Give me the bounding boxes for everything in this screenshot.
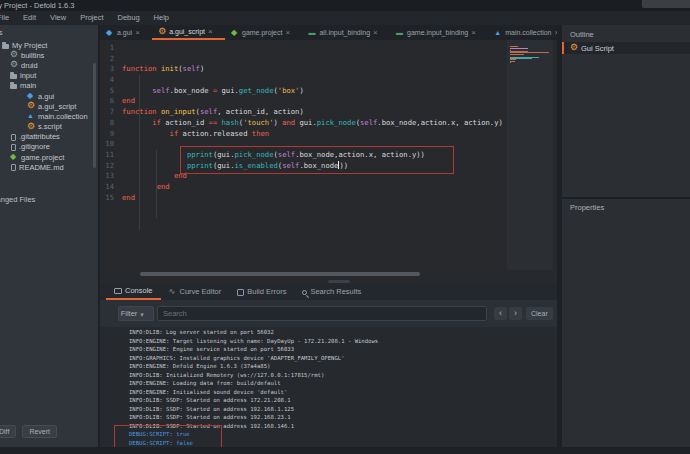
project-icon bbox=[10, 153, 18, 161]
outline-header: Outline bbox=[570, 30, 594, 39]
console-search-input[interactable] bbox=[157, 306, 487, 321]
folder-icon bbox=[10, 74, 17, 79]
tree-item-My Project[interactable]: My Project bbox=[0, 40, 98, 50]
tab-main.collection[interactable]: main.collection bbox=[488, 25, 557, 40]
tree-item-label: input bbox=[20, 71, 36, 80]
gear-orange-icon bbox=[27, 102, 35, 110]
window-controls-area[interactable] bbox=[642, 0, 690, 8]
input-binding-icon bbox=[396, 29, 404, 37]
menu-item-debug[interactable]: Debug bbox=[111, 11, 147, 25]
code-line[interactable]: if action.released then bbox=[122, 129, 525, 140]
line-number: 8 bbox=[100, 118, 114, 129]
tree-item-README.md[interactable]: README.md bbox=[0, 162, 98, 172]
tab-game.input_binding[interactable]: game.input_binding bbox=[390, 25, 488, 40]
tab-game.project[interactable]: game.project bbox=[225, 25, 302, 40]
tree-item-game.project[interactable]: game.project bbox=[0, 152, 98, 162]
code-line[interactable]: end bbox=[122, 182, 525, 193]
tree-item-main[interactable]: main bbox=[0, 81, 98, 91]
code-line[interactable] bbox=[122, 54, 525, 65]
bottom-tab-console[interactable]: Console bbox=[106, 283, 161, 300]
tree-item-main.collection[interactable]: main.collection bbox=[0, 111, 98, 121]
diff-button[interactable]: Diff bbox=[0, 425, 16, 438]
tree-item-label: a.gui_script bbox=[38, 102, 76, 111]
code-line[interactable]: end bbox=[122, 96, 525, 107]
close-icon[interactable] bbox=[373, 29, 381, 37]
defold-window: My Project - Defold 1.6.3 FileEditViewPr… bbox=[0, 0, 690, 454]
outline-item-gui-script[interactable]: Gui Script bbox=[562, 42, 690, 54]
revert-button[interactable]: Revert bbox=[22, 425, 57, 438]
collection-icon bbox=[27, 112, 35, 120]
tree-item-s.script[interactable]: s.script bbox=[0, 122, 98, 132]
line-number-gutter: 123456789101112131415 bbox=[100, 43, 114, 203]
file-icon bbox=[11, 144, 16, 151]
tab-a.gui[interactable]: a.gui bbox=[100, 25, 152, 40]
bottom-tab-search-results[interactable]: Search Results bbox=[294, 283, 369, 300]
prev-match-button[interactable] bbox=[494, 307, 507, 320]
close-icon[interactable] bbox=[285, 29, 293, 37]
bottom-tabs: ConsoleCurve EditorBuild ErrorsSearch Re… bbox=[100, 283, 557, 300]
code-line[interactable]: function init(self) bbox=[122, 64, 525, 75]
code-lines: function init(self) self.box_node = gui.… bbox=[122, 43, 525, 203]
bottom-tab-curve-editor[interactable]: Curve Editor bbox=[161, 283, 230, 300]
menu-item-view[interactable]: View bbox=[43, 11, 73, 25]
tree-item-a.gui_script[interactable]: a.gui_script bbox=[0, 101, 98, 111]
code-line[interactable]: end bbox=[122, 193, 525, 204]
assets-scrollbar-thumb[interactable] bbox=[93, 63, 96, 168]
line-number: 7 bbox=[100, 107, 114, 118]
menu-item-project[interactable]: Project bbox=[73, 11, 110, 25]
next-match-button[interactable] bbox=[509, 307, 522, 320]
bottom-tab-label: Build Errors bbox=[247, 287, 286, 296]
tree-item-label: s.script bbox=[38, 122, 62, 131]
tab-label: all.input_binding bbox=[319, 29, 370, 36]
menu-item-edit[interactable]: Edit bbox=[16, 11, 43, 25]
tree-item-.gitignore[interactable]: .gitignore bbox=[0, 142, 98, 152]
gear-orange-icon bbox=[158, 28, 166, 36]
code-editor[interactable]: 123456789101112131415 function init(self… bbox=[100, 40, 557, 283]
properties-header: Properties bbox=[570, 203, 604, 212]
right-panel: Outline Gui Script Properties bbox=[562, 25, 690, 447]
folder-icon bbox=[10, 84, 17, 89]
tree-item-label: druid bbox=[21, 61, 38, 70]
bottom-tab-label: Search Results bbox=[310, 287, 361, 296]
horizontal-scrollbar-thumb[interactable] bbox=[140, 272, 420, 276]
code-line[interactable]: function on_input(self, action_id, actio… bbox=[122, 107, 525, 118]
menu-item-file[interactable]: File bbox=[0, 11, 16, 25]
line-number: 15 bbox=[100, 193, 114, 204]
tree-item-label: game.project bbox=[21, 153, 64, 162]
window-title: My Project - Defold 1.6.3 bbox=[0, 1, 75, 10]
close-icon[interactable] bbox=[135, 29, 143, 37]
console-line: INFO:DLIB: SSDP: Started on address 192.… bbox=[129, 405, 557, 414]
tree-item-a.gui[interactable]: a.gui bbox=[0, 91, 98, 101]
tab-a.gui_script[interactable]: a.gui_script bbox=[152, 25, 225, 40]
line-number: 1 bbox=[100, 43, 114, 54]
code-line[interactable]: if action_id == hash('touch') and gui.pi… bbox=[122, 118, 525, 129]
tree-item-druid[interactable]: druid bbox=[0, 60, 98, 70]
code-line[interactable]: self.box_node = gui.get_node('box') bbox=[122, 86, 525, 97]
tree-item-label: builtins bbox=[21, 51, 44, 60]
minimap[interactable] bbox=[507, 40, 553, 270]
center-pane: a.guia.gui_scriptgame.projectall.input_b… bbox=[100, 25, 557, 454]
console-line: INFO:DLIB: SSDP: Started on address 172.… bbox=[129, 396, 557, 405]
clear-console-button[interactable]: Clear bbox=[526, 307, 553, 320]
menu-bar: FileEditViewProjectDebugHelp bbox=[0, 11, 690, 25]
code-line[interactable] bbox=[122, 75, 525, 86]
tree-item-input[interactable]: input bbox=[0, 71, 98, 81]
tree-item-builtins[interactable]: builtins bbox=[0, 50, 98, 60]
code-line[interactable] bbox=[122, 43, 525, 54]
close-icon[interactable] bbox=[554, 29, 557, 37]
project-icon bbox=[231, 29, 239, 37]
collection-icon bbox=[494, 29, 502, 37]
code-annotation-box bbox=[180, 146, 454, 174]
close-icon[interactable] bbox=[471, 29, 479, 37]
tree-item-.gitattributes[interactable]: .gitattributes bbox=[0, 132, 98, 142]
bottom-tab-build-errors[interactable]: Build Errors bbox=[229, 283, 294, 300]
changed-files-header: Changed Files bbox=[0, 195, 35, 204]
console-line: INFO:ENGINE: Defold Engine 1.6.3 (37a4a8… bbox=[129, 362, 557, 371]
title-bar: My Project - Defold 1.6.3 bbox=[0, 0, 690, 11]
close-icon[interactable] bbox=[208, 28, 216, 36]
filter-dropdown[interactable]: Filter bbox=[118, 306, 154, 321]
input-binding-icon bbox=[308, 29, 316, 37]
line-number: 14 bbox=[100, 182, 114, 193]
tab-all.input_binding[interactable]: all.input_binding bbox=[302, 25, 390, 40]
menu-item-help[interactable]: Help bbox=[147, 11, 176, 25]
